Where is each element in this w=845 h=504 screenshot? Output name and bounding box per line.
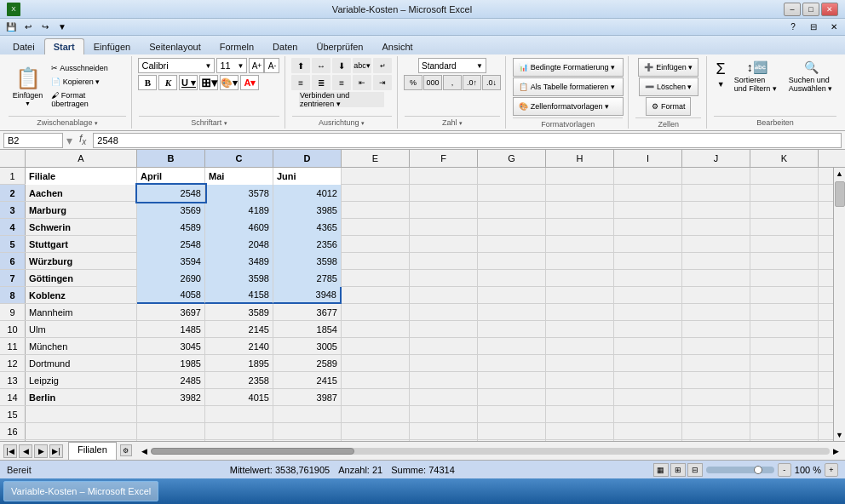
align-middle-btn[interactable]: ↔ — [312, 58, 331, 73]
row-num-5[interactable]: 5 — [0, 236, 26, 252]
format-zellen-btn[interactable]: ⚙Format — [646, 97, 692, 116]
col-header-b[interactable]: B — [137, 150, 205, 167]
col-header-a[interactable]: A — [26, 150, 137, 167]
scroll-right-btn[interactable]: ▶ — [830, 447, 842, 455]
cell-f6[interactable] — [410, 253, 478, 270]
thousands-btn[interactable]: 000 — [423, 75, 442, 90]
row-num-9[interactable]: 9 — [0, 304, 26, 320]
cell-h15[interactable] — [546, 406, 614, 423]
align-top-btn[interactable]: ⬆ — [291, 58, 310, 73]
cell-h12[interactable] — [546, 355, 614, 372]
row-num-8[interactable]: 8 — [0, 287, 26, 303]
cell-d1[interactable]: Juni — [273, 168, 342, 185]
einfuegen-big-btn[interactable]: 📋 Einfügen ▼ — [9, 64, 47, 109]
cell-c12[interactable]: 1895 — [205, 355, 273, 372]
redo-quick-btn[interactable]: ↪ — [37, 20, 53, 34]
add-sheet-btn[interactable]: ⚙ — [120, 444, 132, 456]
cell-i13[interactable] — [614, 372, 682, 389]
cell-g2[interactable] — [478, 185, 546, 202]
cell-k15[interactable] — [750, 406, 819, 423]
increase-decimal-btn[interactable]: .0↑ — [463, 75, 481, 90]
cell-k5[interactable] — [750, 236, 819, 253]
tab-datei[interactable]: Datei — [3, 38, 44, 54]
cell-g4[interactable] — [478, 219, 546, 236]
cell-b7[interactable]: 2690 — [137, 270, 205, 287]
cell-i11[interactable] — [614, 338, 682, 355]
cell-b3[interactable]: 3569 — [137, 202, 205, 219]
cell-i6[interactable] — [614, 253, 682, 270]
cell-f15[interactable] — [410, 406, 478, 423]
cell-j8[interactable] — [682, 287, 750, 304]
zoom-slider[interactable] — [706, 467, 774, 473]
sheet-nav-last[interactable]: ▶| — [49, 444, 63, 458]
einfuegen-zellen-btn[interactable]: ➕Einfügen ▾ — [638, 58, 698, 77]
cell-i10[interactable] — [614, 321, 682, 338]
cell-a15[interactable] — [26, 406, 137, 423]
tab-ansicht[interactable]: Ansicht — [372, 38, 422, 54]
zoom-thumb[interactable] — [754, 466, 762, 474]
tab-daten[interactable]: Daten — [263, 38, 307, 54]
vertical-scrollbar[interactable]: ▲ ▼ — [833, 168, 845, 441]
bedingte-formatierung-btn[interactable]: 📊Bedingte Formatierung ▾ — [513, 58, 624, 77]
border-btn[interactable]: ⊞▾ — [199, 75, 218, 90]
row-num-2[interactable]: 2 — [0, 185, 26, 201]
row-num-3[interactable]: 3 — [0, 202, 26, 218]
cell-k3[interactable] — [750, 202, 819, 219]
col-header-f[interactable]: F — [410, 150, 478, 167]
decrease-decimal-btn[interactable]: .0↓ — [482, 75, 501, 90]
cell-j10[interactable] — [682, 321, 750, 338]
cell-e9[interactable] — [342, 304, 410, 321]
copy-btn[interactable]: 📄 Kopieren ▾ — [49, 76, 126, 88]
cell-d16[interactable] — [273, 423, 342, 440]
decrease-indent-btn[interactable]: ⇤ — [353, 75, 371, 90]
cell-b15[interactable] — [137, 406, 205, 423]
als-tabelle-btn[interactable]: 📋Als Tabelle formatieren ▾ — [513, 77, 624, 96]
cell-f5[interactable] — [410, 236, 478, 253]
cell-e15[interactable] — [342, 406, 410, 423]
cell-g6[interactable] — [478, 253, 546, 270]
cell-d12[interactable]: 2589 — [273, 355, 342, 372]
horizontal-scrollbar[interactable]: ◀ ▶ — [135, 442, 845, 460]
cell-k10[interactable] — [750, 321, 819, 338]
help-btn[interactable]: ? — [785, 20, 801, 34]
cell-i5[interactable] — [614, 236, 682, 253]
cell-d2[interactable]: 4012 — [273, 185, 342, 202]
undo-quick-btn[interactable]: ↩ — [20, 20, 36, 34]
cell-i15[interactable] — [614, 406, 682, 423]
cell-i1[interactable] — [614, 168, 682, 185]
cell-d10[interactable]: 1854 — [273, 321, 342, 338]
cell-f1[interactable] — [410, 168, 478, 185]
cell-d8[interactable]: 3948 — [273, 287, 342, 304]
cell-i8[interactable] — [614, 287, 682, 304]
cell-h10[interactable] — [546, 321, 614, 338]
sheet-nav-prev[interactable]: ◀ — [19, 444, 32, 458]
ribbon-options-btn[interactable]: ⊟ — [806, 20, 821, 34]
cell-k2[interactable] — [750, 185, 819, 202]
row-num-14[interactable]: 14 — [0, 389, 26, 405]
align-right-btn[interactable]: ≡ — [332, 75, 351, 90]
minimize-button[interactable]: – — [784, 3, 801, 16]
cell-k16[interactable] — [750, 423, 819, 440]
cell-c14[interactable]: 4015 — [205, 389, 273, 406]
cell-j7[interactable] — [682, 270, 750, 287]
align-left-btn[interactable]: ≡ — [291, 75, 310, 90]
cell-d13[interactable]: 2415 — [273, 372, 342, 389]
tab-seitenlayout[interactable]: Seitenlayout — [140, 38, 210, 54]
cell-c10[interactable]: 2145 — [205, 321, 273, 338]
cell-f3[interactable] — [410, 202, 478, 219]
cell-g12[interactable] — [478, 355, 546, 372]
cell-d6[interactable]: 3598 — [273, 253, 342, 270]
cell-j4[interactable] — [682, 219, 750, 236]
cell-d4[interactable]: 4365 — [273, 219, 342, 236]
cell-e5[interactable] — [342, 236, 410, 253]
maximize-button[interactable]: □ — [802, 3, 819, 16]
wrap-text-btn[interactable]: ↵ — [373, 58, 392, 73]
cell-b16[interactable] — [137, 423, 205, 440]
cell-a10[interactable]: Ulm — [26, 321, 137, 338]
loeschen-zellen-btn[interactable]: ➖Löschen ▾ — [639, 77, 698, 96]
cell-h5[interactable] — [546, 236, 614, 253]
cell-h11[interactable] — [546, 338, 614, 355]
cell-j16[interactable] — [682, 423, 750, 440]
cell-h14[interactable] — [546, 389, 614, 406]
cell-g13[interactable] — [478, 372, 546, 389]
